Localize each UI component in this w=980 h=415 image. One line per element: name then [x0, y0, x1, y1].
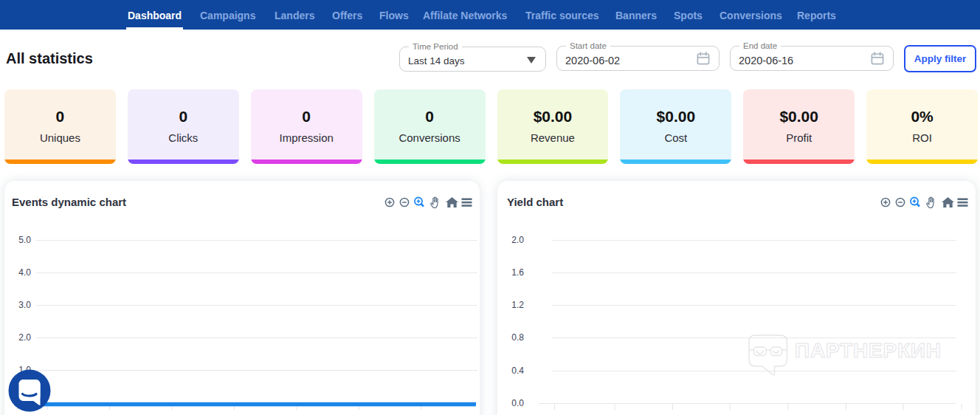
- svg-text:5.0: 5.0: [18, 235, 31, 245]
- svg-text:0.8: 0.8: [511, 332, 524, 343]
- svg-text:1.6: 1.6: [511, 267, 524, 278]
- svg-text:3.0: 3.0: [18, 300, 31, 310]
- svg-text:ПАРТНЕРКИН: ПАРТНЕРКИН: [795, 339, 942, 362]
- svg-text:2.0: 2.0: [511, 235, 524, 245]
- svg-text:0.0: 0.0: [511, 398, 524, 408]
- svg-text:2.0: 2.0: [18, 332, 31, 343]
- svg-text:0.4: 0.4: [511, 366, 524, 376]
- svg-text:1.2: 1.2: [511, 300, 524, 310]
- svg-text:4.0: 4.0: [18, 267, 31, 278]
